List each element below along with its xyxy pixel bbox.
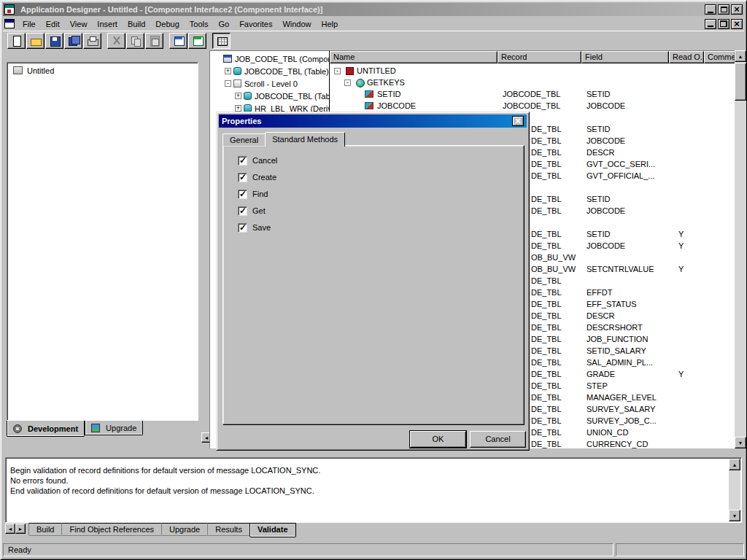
tree-item-job-code-tbl-component[interactable]: JOB_CODE_TBL (Component) [210,52,329,65]
output-tabs-scroll-right-icon[interactable] [15,524,26,534]
mdi-minimize-icon[interactable] [705,19,716,29]
column-header-name[interactable]: Name [330,51,498,63]
menu-item-favorites[interactable]: Favorites [234,18,277,30]
expand-toggle-icon[interactable]: - [334,68,341,74]
tab-general[interactable]: General [222,133,266,146]
scroll-up-icon[interactable] [735,50,746,62]
workspace-tab-upgrade[interactable]: Upgrade [85,421,143,435]
table-row[interactable]: -GETKEYS [330,77,735,89]
cell-record: DE_TBL [531,276,562,285]
menu-item-build[interactable]: Build [123,18,150,30]
vertical-scrollbar[interactable] [735,50,746,448]
column-header-record[interactable]: Record [498,51,581,63]
expand-toggle-icon[interactable]: - [225,80,231,87]
output-tab-upgrade[interactable]: Upgrade [161,523,208,536]
project-workspace: Untitled [7,62,198,421]
table-row[interactable]: SETIDJOBCODE_TBLSETID [330,89,735,101]
checkbox-label: Cancel [252,156,277,165]
cell-record: DE_TBL [531,428,562,437]
column-header-commen[interactable]: Commen... [704,51,735,63]
tree-item-label: Scroll - Level 0 [244,79,298,88]
scrollbar-thumb[interactable] [735,63,746,101]
checkbox-label: Find [252,190,268,198]
checkbox-cancel[interactable] [238,156,247,166]
mdi-restore-icon[interactable] [718,19,729,29]
expand-toggle-icon[interactable]: + [235,105,241,112]
close-icon[interactable] [731,4,743,15]
output-tabs-scroll-left-icon[interactable] [5,524,15,534]
new-document-icon [11,35,23,47]
output-vertical-scrollbar[interactable] [729,459,740,521]
output-scroll-up-icon[interactable] [729,459,740,470]
menu-item-insert[interactable]: Insert [92,18,123,30]
table-icon [244,92,252,100]
open-folder-button[interactable] [26,33,44,49]
scroll-down-icon[interactable] [735,437,746,448]
cell-field: DESCR [587,148,615,157]
project-tree-root[interactable]: Untitled [7,63,198,75]
menu-item-view[interactable]: View [65,18,93,30]
column-header-read-o[interactable]: Read O... [669,51,704,63]
menu-item-help[interactable]: Help [317,18,344,30]
workspace-tab-development[interactable]: Development [7,421,85,437]
checkbox-label: Create [252,173,276,182]
dialog-title: Properties [222,117,512,125]
property-icon [365,102,374,109]
cell-field: DESCRSHORT [587,323,643,332]
column-header-field[interactable]: Field [581,51,669,63]
definition-view-button[interactable] [212,33,231,49]
object-references-button[interactable] [188,33,206,49]
checkbox-find[interactable] [238,190,247,199]
dialog-close-icon[interactable] [512,116,524,126]
cell-record: DE_TBL [531,323,562,332]
maximize-icon[interactable] [718,4,729,15]
menu-item-edit[interactable]: Edit [41,18,65,30]
mdi-child-icon[interactable] [4,19,15,28]
table-row[interactable]: -UNTITLED [330,66,735,77]
cell-name: GETKEYS [367,78,405,87]
menu-item-go[interactable]: Go [213,18,234,30]
cell-field: DESCR [587,311,615,320]
expand-toggle-icon[interactable]: - [344,79,351,86]
copy-icon [130,35,142,47]
checkbox-create[interactable] [238,173,247,182]
menu-item-debug[interactable]: Debug [150,18,184,30]
tree-item-jobcode-tbl-table-s[interactable]: +JOBCODE_TBL (Table) - S [210,65,329,77]
save-button[interactable] [45,33,63,49]
menu-item-tools[interactable]: Tools [185,18,214,30]
cancel-button[interactable]: Cancel [470,431,526,448]
minimize-icon[interactable] [705,4,716,15]
checkbox-get[interactable] [238,206,247,216]
tree-item-scroll-level-0[interactable]: -Scroll - Level 0 [210,77,329,90]
expand-toggle-icon[interactable]: + [225,68,231,74]
output-tab-build[interactable]: Build [28,523,62,536]
cut-button [107,33,125,49]
output-scroll-down-icon[interactable] [729,510,740,521]
expand-toggle-icon[interactable]: + [235,93,241,99]
table-row[interactable]: JOBCODEJOBCODE_TBLJOBCODE [330,101,735,112]
workspace-tabs: DevelopmentUpgrade [7,421,143,437]
cell-record: DE_TBL [531,405,562,413]
tab-standard-methods[interactable]: Standard Methods [265,132,345,147]
checkbox-save[interactable] [238,223,247,233]
output-tab-results[interactable]: Results [207,523,250,536]
ok-button[interactable]: OK [410,431,466,448]
tree-item-jobcode-tbl-table[interactable]: +JOBCODE_TBL (Table [210,90,329,102]
mdi-close-icon[interactable] [731,19,743,29]
menu-item-file[interactable]: File [18,18,41,30]
menu-item-window[interactable]: Window [277,18,316,30]
cell-record: DE_TBL [531,136,562,145]
output-tab-validate[interactable]: Validate [249,523,296,537]
object-properties-button[interactable] [169,33,187,49]
tree-item-label: JOB_CODE_TBL (Component) [235,55,329,63]
properties-dialog: Properties GeneralStandard Methods Cance… [216,112,530,451]
window-title: Application Designer - Untitled - [Compo… [20,5,705,14]
save-all-button[interactable] [64,33,82,49]
menu-items: FileEditViewInsertBuildDebugToolsGoFavor… [18,18,705,30]
new-document-button[interactable] [7,33,26,49]
cell-record: DE_TBL [531,381,562,390]
print-button[interactable] [83,33,101,49]
application-window: Application Designer - Untitled - [Compo… [0,0,747,560]
cell-record: DE_TBL [531,335,562,343]
output-tab-find-object-references[interactable]: Find Object References [61,523,162,536]
